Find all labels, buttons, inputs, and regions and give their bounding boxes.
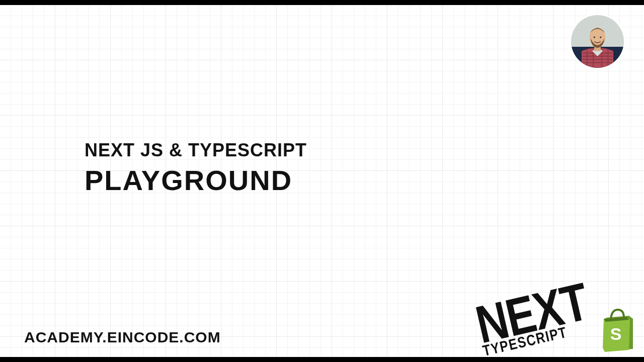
avatar bbox=[571, 15, 624, 68]
title-line-2: PLAYGROUND bbox=[85, 164, 307, 197]
title-line-1: NEXT JS & TYPESCRIPT bbox=[85, 140, 307, 161]
title-block: NEXT JS & TYPESCRIPT PLAYGROUND bbox=[85, 140, 307, 197]
shopping-bag-icon: S bbox=[598, 307, 638, 352]
svg-point-6 bbox=[600, 37, 601, 38]
letterbox-bottom bbox=[0, 357, 644, 362]
letterbox-top bbox=[0, 0, 644, 5]
svg-text:S: S bbox=[610, 324, 622, 343]
site-url-label: ACADEMY.EINCODE.COM bbox=[24, 329, 221, 346]
svg-point-5 bbox=[594, 37, 595, 38]
